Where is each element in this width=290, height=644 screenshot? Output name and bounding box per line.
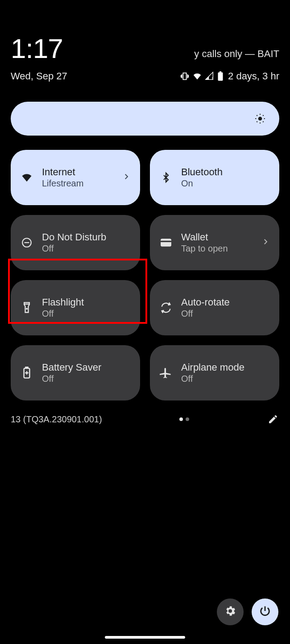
- tile-subtitle: Off: [181, 308, 269, 319]
- autorotate-tile[interactable]: Auto-rotate Off: [150, 280, 279, 335]
- tile-title: Flashlight: [42, 296, 130, 309]
- svg-rect-9: [25, 367, 28, 368]
- battery-icon: [217, 71, 224, 81]
- battery-saver-icon: [21, 367, 33, 379]
- svg-text:!: !: [212, 76, 213, 81]
- tile-title: Internet: [42, 166, 113, 178]
- battery-saver-tile[interactable]: Battery Saver Off: [11, 345, 140, 400]
- page-indicator: [102, 417, 267, 421]
- chevron-right-icon: [261, 238, 269, 248]
- svg-rect-6: [161, 241, 171, 242]
- settings-button[interactable]: [217, 599, 244, 625]
- tile-subtitle: On: [181, 178, 269, 189]
- brightness-slider[interactable]: [11, 102, 279, 136]
- tile-title: Do Not Disturb: [42, 231, 130, 244]
- power-icon: [259, 605, 271, 619]
- autorotate-icon: [160, 301, 172, 314]
- tile-subtitle: Tap to open: [181, 243, 253, 254]
- tile-title: Battery Saver: [42, 361, 130, 374]
- build-text: 13 (TQ3A.230901.001): [11, 414, 102, 425]
- tile-subtitle: Off: [42, 308, 130, 319]
- battery-estimate: 2 days, 3 hr: [228, 70, 279, 82]
- svg-point-7: [26, 308, 27, 309]
- wallet-tile[interactable]: Wallet Tap to open: [150, 215, 279, 270]
- signal-icon: !: [205, 71, 215, 81]
- flashlight-tile[interactable]: Flashlight Off: [11, 280, 140, 335]
- tile-title: Airplane mode: [181, 361, 269, 374]
- vibrate-icon: [180, 71, 190, 81]
- airplane-tile[interactable]: Airplane mode Off: [150, 345, 279, 400]
- gear-icon: [224, 605, 236, 619]
- brightness-icon: [254, 113, 266, 124]
- tile-title: Bluetooth: [181, 166, 269, 178]
- tile-title: Wallet: [181, 231, 253, 244]
- tile-subtitle: Lifestream: [42, 178, 113, 189]
- svg-point-3: [258, 117, 262, 121]
- carrier-text: y calls only — BAIT: [194, 48, 279, 62]
- clock-time: 1:17: [11, 35, 63, 62]
- bluetooth-icon: [160, 171, 172, 184]
- chevron-right-icon: [122, 173, 130, 182]
- wallet-icon: [160, 238, 172, 247]
- wifi-icon: [21, 171, 33, 184]
- tile-subtitle: Off: [42, 243, 130, 254]
- flashlight-icon: [21, 301, 33, 314]
- status-icons: ! 2 days, 3 hr: [180, 70, 279, 82]
- tile-title: Auto-rotate: [181, 296, 269, 309]
- edit-button[interactable]: [267, 414, 279, 425]
- date-text: Wed, Sep 27: [11, 70, 67, 82]
- power-button[interactable]: [252, 599, 278, 625]
- wifi-icon: [192, 71, 202, 81]
- tile-subtitle: Off: [181, 373, 269, 384]
- dnd-icon: [21, 237, 33, 248]
- internet-tile[interactable]: Internet Lifestream: [11, 150, 140, 205]
- bluetooth-tile[interactable]: Bluetooth On: [150, 150, 279, 205]
- airplane-icon: [160, 367, 172, 379]
- svg-rect-5: [161, 239, 171, 246]
- svg-rect-2: [220, 71, 221, 72]
- svg-rect-1: [218, 72, 223, 81]
- dnd-tile[interactable]: Do Not Disturb Off: [11, 215, 140, 270]
- gesture-nav-bar[interactable]: [105, 636, 185, 639]
- tile-subtitle: Off: [42, 373, 130, 384]
